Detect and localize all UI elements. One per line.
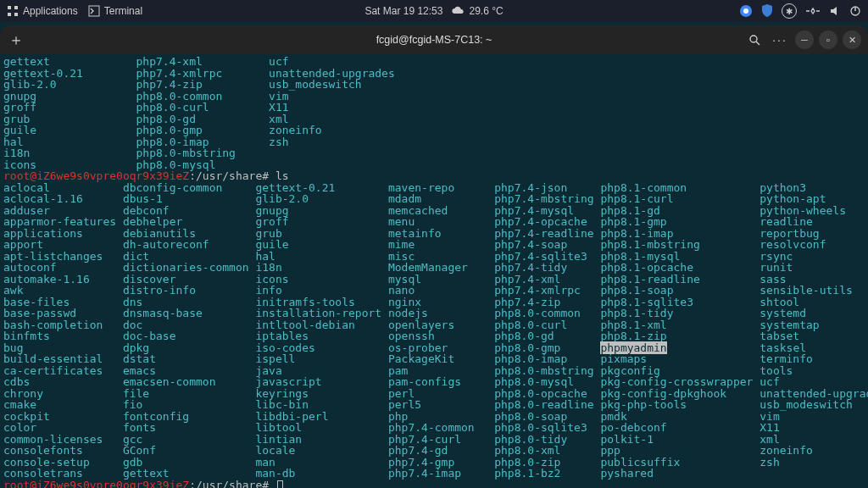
svg-rect-3: [14, 13, 18, 16]
terminal-body[interactable]: gettext php7.4-xml ucfgettext-0.21 php7.…: [0, 54, 868, 488]
svg-rect-0: [8, 6, 11, 9]
search-button[interactable]: [744, 30, 765, 50]
list-item: aclocal dbconfig-common gettext-0.21 mav…: [3, 182, 865, 194]
sound-indicator[interactable]: [829, 5, 841, 17]
list-item: autoconf dictionaries-common i18n ModemM…: [3, 262, 865, 274]
list-item: cmake fio libc-bin perl5 php8.0-readline…: [3, 399, 865, 411]
list-item: binfmts doc-base iptables openssh php8.0…: [3, 330, 865, 342]
list-item: color fonts libtool php7.4-common php8.0…: [3, 422, 865, 434]
svg-point-6: [743, 8, 748, 14]
list-item: bug dpkg iso-codes os-prober php8.0-gmp …: [3, 342, 865, 354]
list-item: cdbs emacsen-common javascript pam-confi…: [3, 376, 865, 388]
list-item: consolefonts GConf locale php7.4-gd php8…: [3, 445, 865, 457]
temperature: 29.6 °C: [469, 5, 503, 17]
list-item: guile php8.0-gmp zoneinfo: [3, 125, 865, 136]
speaker-icon: [829, 5, 841, 17]
grid-apps-icon: [7, 5, 19, 17]
list-item: aclocal-1.16 dbus-1 glib-2.0 mdadm php7.…: [3, 193, 865, 205]
power-indicator[interactable]: [849, 5, 861, 17]
list-item: adduser debconf gnupg memcached php7.4-m…: [3, 205, 865, 217]
power-icon: [849, 5, 861, 17]
accessibility-indicator[interactable]: ✱: [782, 3, 797, 19]
list-item: icons php8.0-mysql: [3, 159, 865, 171]
shell-prompt: root@iZ6we9s0vpre0oqr9x39ieZ:/usr/share#…: [3, 170, 865, 182]
weather-widget[interactable]: 29.6 °C: [451, 5, 503, 17]
list-item: console-setup gdb man php7.4-gmp php8.0-…: [3, 457, 865, 469]
shell-prompt: root@iZ6we9s0vpre0oqr9x39ieZ:/usr/share#: [3, 480, 865, 489]
window-titlebar: ＋ fcgid@fcgid-MS-7C13: ~ ··· ─ ▫ ✕: [0, 25, 868, 54]
svg-rect-4: [89, 6, 99, 16]
svg-point-9: [750, 36, 757, 42]
list-item: base-passwd dnsmasq-base installation-re…: [3, 308, 865, 319]
maximize-icon: ▫: [826, 35, 830, 45]
chrome-indicator[interactable]: [739, 4, 753, 18]
list-item: gettext-0.21 php7.4-xmlrpc unattended-up…: [3, 68, 865, 80]
desktop-topbar: Applications Terminal Sat Mar 19 12:53 2…: [0, 0, 868, 22]
list-item: i18n php8.0-mbstring: [3, 147, 865, 159]
list-item: apport dh-autoreconf guile mime php7.4-s…: [3, 239, 865, 251]
list-item: apparmor-features debhelper groff menu p…: [3, 216, 865, 228]
cloud-icon: [451, 6, 465, 16]
terminal-icon: [88, 5, 100, 17]
network-icon: [805, 6, 821, 16]
list-item: grub php8.0-gd xml: [3, 114, 865, 125]
svg-line-10: [756, 42, 760, 45]
close-button[interactable]: ✕: [843, 30, 861, 49]
list-item: bash-completion doc intltool-debian open…: [3, 319, 865, 331]
terminal-cursor: [277, 480, 283, 489]
list-item: hal php8.0-imap zsh: [3, 136, 865, 148]
list-item: build-essential dstat ispell PackageKit …: [3, 353, 865, 365]
list-item: glib-2.0 php7.4-zip usb_modeswitch: [3, 79, 865, 91]
shield-indicator[interactable]: [761, 4, 773, 18]
clock[interactable]: Sat Mar 19 12:53: [364, 5, 442, 17]
list-item: applications debianutils grub metainfo p…: [3, 228, 865, 240]
terminal-window: ＋ fcgid@fcgid-MS-7C13: ~ ··· ─ ▫ ✕ gette…: [0, 25, 868, 488]
list-item: chrony file keyrings perl php8.0-opcache…: [3, 388, 865, 400]
list-item: gnupg php8.0-common vim: [3, 91, 865, 103]
network-indicator[interactable]: [805, 6, 821, 16]
list-item: awk distro-info info nano php7.4-xmlrpc …: [3, 285, 865, 297]
hamburger-menu-button[interactable]: ···: [770, 30, 790, 50]
list-item: apt-listchanges dict hal misc php7.4-sql…: [3, 251, 865, 263]
chrome-icon: [739, 4, 753, 18]
shield-icon: [761, 4, 773, 18]
maximize-button[interactable]: ▫: [819, 30, 837, 49]
window-title: fcgid@fcgid-MS-7C13: ~: [376, 34, 492, 46]
list-item: gettext php7.4-xml ucf: [3, 56, 865, 68]
list-item: automake-1.16 discover icons mysql php7.…: [3, 274, 865, 286]
applications-menu[interactable]: Applications: [7, 5, 78, 17]
terminal-task-label: Terminal: [104, 5, 142, 17]
search-icon: [748, 34, 760, 46]
list-item: cockpit fontconfig libdbi-perl php php8.…: [3, 411, 865, 423]
minimize-icon: ─: [801, 35, 808, 45]
list-item: consoletrans gettext man-db php7.4-imap …: [3, 468, 865, 480]
list-item: groff php8.0-curl X11: [3, 102, 865, 114]
list-item: common-licenses gcc lintian php7.4-curl …: [3, 434, 865, 446]
dots-icon: ···: [772, 33, 787, 47]
list-item: ca-certificates emacs java pam php8.0-mb…: [3, 365, 865, 377]
list-item: base-files dns initramfs-tools nginx php…: [3, 297, 865, 308]
applications-label: Applications: [23, 5, 78, 17]
close-icon: ✕: [849, 35, 856, 46]
svg-rect-1: [14, 6, 18, 9]
minimize-button[interactable]: ─: [795, 30, 814, 49]
terminal-task[interactable]: Terminal: [88, 5, 142, 17]
new-tab-button[interactable]: ＋: [7, 30, 25, 49]
svg-rect-2: [8, 13, 11, 16]
